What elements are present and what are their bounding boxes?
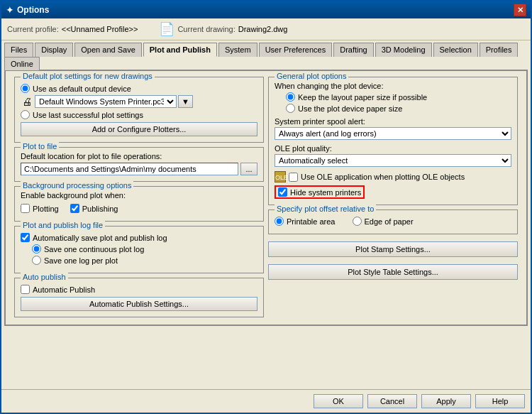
tab-selection[interactable]: Selection <box>433 43 478 57</box>
background-group: Background processing options Enable bac… <box>14 186 264 222</box>
close-button[interactable]: ✕ <box>514 4 526 16</box>
default-plot-group: Default plot settings for new drawings U… <box>14 77 264 143</box>
printable-area-radio[interactable] <box>275 217 284 226</box>
hide-printers-checkbox[interactable] <box>278 187 287 197</box>
keep-layout-radio[interactable] <box>286 92 295 102</box>
use-last-label: Use last successful plot settings <box>33 111 143 119</box>
ole-icon: OLE <box>275 171 286 183</box>
save-continuous-radio[interactable] <box>32 244 41 254</box>
tab-plot-and-publish[interactable]: Plot and Publish <box>143 43 217 57</box>
use-last-radio[interactable] <box>21 110 30 119</box>
default-plot-label: Default plot settings for new drawings <box>21 72 155 80</box>
save-per-plot-label: Save one log per plot <box>44 256 118 265</box>
spool-alert-select[interactable]: Always alert (and log errors)Alert first… <box>275 127 511 140</box>
tab-display[interactable]: Display <box>35 43 73 57</box>
right-column: General plot options When changing the p… <box>268 77 518 317</box>
keep-layout-row: Keep the layout paper size if possible <box>286 92 511 102</box>
plotting-checkbox[interactable] <box>21 204 30 213</box>
plot-style-table-settings-btn[interactable]: Plot Style Table Settings... <box>268 264 518 280</box>
plotting-check-row: Plotting <box>21 204 59 213</box>
when-changing-label: When changing the plot device: <box>275 82 511 90</box>
help-button[interactable]: Help <box>475 394 525 408</box>
use-plot-device-label: Use the plot device paper size <box>298 104 402 113</box>
bottom-bar: OK Cancel Apply Help <box>1 389 531 413</box>
tab-drafting[interactable]: Drafting <box>333 43 374 57</box>
general-plot-label: General plot options <box>275 72 348 80</box>
left-column: Default plot settings for new drawings U… <box>14 77 264 317</box>
tab-files[interactable]: Files <box>4 43 33 57</box>
publishing-check-row: Publishing <box>70 204 118 213</box>
auto-publish-group: Auto publish Automatic Publish Automatic… <box>14 278 264 317</box>
tab-3d-modeling[interactable]: 3D Modeling <box>375 43 432 57</box>
plot-offset-label: Specify plot offset relative to <box>275 205 376 213</box>
current-drawing-value: Drawing2.dwg <box>238 25 288 33</box>
ole-app-label: Use OLE application when plotting OLE ob… <box>301 173 465 181</box>
plot-to-file-label: Plot to file <box>21 142 59 151</box>
use-plot-device-radio[interactable] <box>286 104 295 113</box>
main-content: Default plot settings for new drawings U… <box>9 74 523 320</box>
auto-publish-label: Auto publish <box>21 273 68 281</box>
titlebar: ✦ Options ✕ <box>1 1 531 18</box>
enable-bg-label: Enable background plot when: <box>21 191 257 200</box>
auto-save-check-row: Automatically save plot and publish log <box>21 233 257 242</box>
spool-alert-label: System printer spool alert: <box>275 117 511 126</box>
use-last-radio-row: Use last successful plot settings <box>21 110 257 119</box>
current-drawing-label: Current drawing: <box>177 25 235 33</box>
log-file-label: Plot and publish log file <box>21 221 105 229</box>
location-input[interactable] <box>21 163 238 175</box>
add-configure-plotters-btn[interactable]: Add or Configure Plotters... <box>21 122 257 136</box>
publishing-label: Publishing <box>82 205 118 213</box>
device-select[interactable]: Default Windows System Printer.pc3 <box>35 95 177 108</box>
use-default-label: Use as default output device <box>33 85 131 93</box>
printable-area-label: Printable area <box>287 217 336 226</box>
profile-row: Current profile: <<Unnamed Profile>> 📄 C… <box>1 18 531 40</box>
edge-of-paper-label: Edge of paper <box>365 217 414 226</box>
plot-stamp-settings-btn[interactable]: Plot Stamp Settings... <box>268 241 518 257</box>
tab-open-and-save[interactable]: Open and Save <box>74 43 141 57</box>
edge-of-paper-radio[interactable] <box>353 217 362 226</box>
current-profile-label: Current profile: <box>7 25 59 33</box>
tab-system[interactable]: System <box>218 43 257 57</box>
use-default-radio[interactable] <box>21 84 30 93</box>
window-title: Options <box>17 5 514 15</box>
device-select-wrap: 🖨 Default Windows System Printer.pc3 ▼ <box>21 95 257 108</box>
plotting-label: Plotting <box>33 205 59 213</box>
use-default-radio-row: Use as default output device <box>21 84 257 93</box>
general-plot-group: General plot options When changing the p… <box>268 77 518 205</box>
printable-area-row: Printable area <box>275 217 336 226</box>
window-icon: ✦ <box>6 4 14 16</box>
automatic-publish-settings-btn[interactable]: Automatic Publish Settings... <box>21 297 257 311</box>
tab-profiles[interactable]: Profiles <box>480 43 519 57</box>
keep-layout-label: Keep the layout paper size if possible <box>298 93 427 102</box>
tabs-row: Files Display Open and Save Plot and Pub… <box>1 40 531 70</box>
cancel-button[interactable]: Cancel <box>367 394 417 408</box>
save-continuous-row: Save one continuous plot log <box>32 244 257 254</box>
tab-online[interactable]: Online <box>4 57 40 70</box>
apply-button[interactable]: Apply <box>421 394 471 408</box>
ok-button[interactable]: OK <box>314 394 363 408</box>
background-label: Background processing options <box>21 181 133 190</box>
hide-printers-label: Hide system printers <box>290 188 361 197</box>
device-dropdown-btn[interactable]: ▼ <box>178 95 193 108</box>
log-file-group: Plot and publish log file Automatically … <box>14 226 264 273</box>
hide-printers-highlighted: Hide system printers <box>275 185 365 199</box>
plot-offset-group: Specify plot offset relative to Printabl… <box>268 209 518 234</box>
automatic-publish-checkbox[interactable] <box>21 285 30 294</box>
plot-to-file-group: Plot to file Default location for plot t… <box>14 147 264 182</box>
ole-quality-select[interactable]: Automatically selectLine ArtTextGraphics… <box>275 154 511 167</box>
save-per-plot-radio[interactable] <box>32 256 41 265</box>
automatic-publish-label: Automatic Publish <box>33 285 95 294</box>
auto-save-checkbox[interactable] <box>21 233 30 242</box>
automatic-publish-check-row: Automatic Publish <box>21 285 257 294</box>
printer-icon: 🖨 <box>21 97 33 107</box>
browse-btn[interactable]: ... <box>240 163 257 175</box>
save-continuous-label: Save one continuous plot log <box>44 245 144 254</box>
use-plot-device-row: Use the plot device paper size <box>286 104 511 113</box>
ole-app-checkbox[interactable] <box>289 173 298 182</box>
ole-quality-label: OLE plot quality: <box>275 144 511 153</box>
publishing-checkbox[interactable] <box>70 204 79 213</box>
auto-save-label: Automatically save plot and publish log <box>33 234 167 242</box>
tab-user-preferences[interactable]: User Preferences <box>259 43 333 57</box>
default-location-label: Default location for plot to file operat… <box>21 152 257 160</box>
edge-of-paper-row: Edge of paper <box>353 217 414 226</box>
